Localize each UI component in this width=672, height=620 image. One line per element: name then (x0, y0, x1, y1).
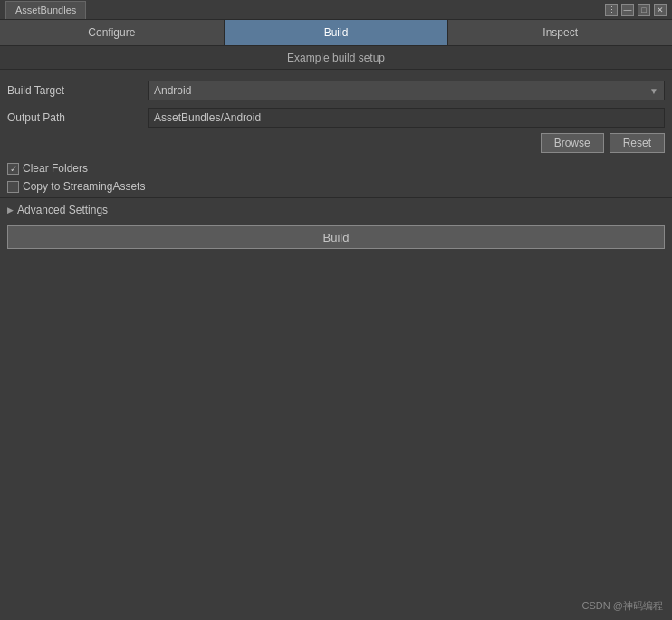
main-window: AssetBundles ⋮ — □ ✕ Configure Build Ins… (0, 0, 672, 620)
content-area: Build Target Android ▼ Output Path Asset… (0, 70, 672, 620)
build-target-value: Android (154, 84, 191, 97)
build-target-dropdown[interactable]: Android ▼ (148, 81, 665, 100)
clear-folders-checkbox-wrapper[interactable]: Clear Folders (7, 162, 88, 175)
tab-inspect[interactable]: Inspect (448, 20, 672, 45)
tab-bar: Configure Build Inspect (0, 20, 672, 46)
advanced-settings-label: Advanced Settings (17, 204, 108, 216)
advanced-settings-row[interactable]: ▶ Advanced Settings (0, 200, 672, 220)
reset-button[interactable]: Reset (610, 133, 665, 153)
watermark: CSDN @神码编程 (582, 599, 663, 613)
subtitle-bar: Example build setup (0, 46, 672, 70)
copy-streaming-checkbox[interactable] (7, 181, 19, 193)
window-title-tab: AssetBundles (5, 1, 86, 19)
output-path-control: AssetBundles/Android (148, 108, 665, 128)
maximize-button[interactable]: □ (638, 4, 650, 16)
output-path-row: Output Path AssetBundles/Android (0, 104, 672, 131)
clear-folders-label: Clear Folders (23, 162, 88, 175)
copy-streaming-row: Copy to StreamingAssets (0, 177, 672, 196)
menu-button[interactable]: ⋮ (605, 4, 618, 16)
build-target-label: Build Target (7, 84, 148, 97)
clear-folders-row: Clear Folders (0, 159, 672, 177)
output-path-value: AssetBundles/Android (148, 108, 665, 128)
build-target-row: Build Target Android ▼ (0, 77, 672, 104)
title-bar: AssetBundles ⋮ — □ ✕ (0, 0, 672, 20)
build-target-control: Android ▼ (148, 81, 665, 100)
browse-button[interactable]: Browse (541, 133, 604, 153)
minimize-button[interactable]: — (621, 4, 634, 16)
dropdown-arrow-icon: ▼ (649, 86, 658, 96)
title-bar-controls: ⋮ — □ ✕ (605, 4, 667, 16)
tab-configure[interactable]: Configure (0, 20, 225, 45)
close-button[interactable]: ✕ (654, 4, 667, 16)
tab-build[interactable]: Build (225, 20, 449, 45)
build-btn-row: Build (0, 220, 672, 254)
copy-streaming-label: Copy to StreamingAssets (23, 180, 145, 193)
clear-folders-checkbox[interactable] (7, 163, 19, 175)
build-button[interactable]: Build (7, 225, 665, 249)
advanced-settings-arrow-icon: ▶ (7, 205, 14, 215)
separator-2 (0, 197, 672, 198)
copy-streaming-checkbox-wrapper[interactable]: Copy to StreamingAssets (7, 180, 145, 193)
button-row: Browse Reset (0, 131, 672, 155)
output-path-label: Output Path (7, 111, 148, 124)
separator-1 (0, 157, 672, 157)
